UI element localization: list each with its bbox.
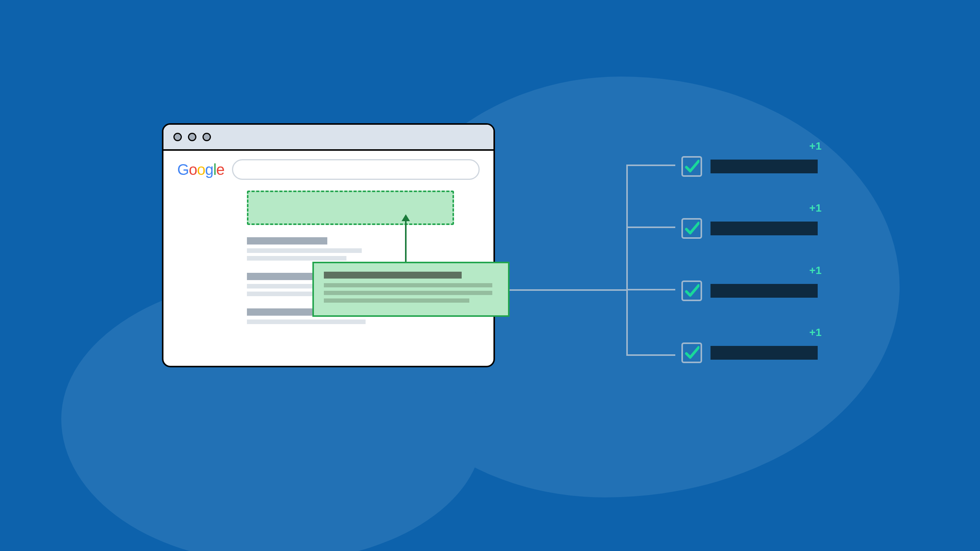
checkbox[interactable]: [681, 342, 702, 363]
bracket-arm: [626, 289, 675, 290]
checkbox[interactable]: [681, 280, 702, 301]
snippet-line-placeholder: [324, 298, 469, 303]
logo-letter: e: [216, 161, 224, 178]
checklist-bar: [710, 284, 818, 298]
search-input[interactable]: [232, 159, 480, 180]
snippet-line-placeholder: [324, 291, 492, 295]
result-title-placeholder: [247, 237, 327, 245]
checkmark-icon: [684, 283, 699, 298]
result-line-placeholder: [247, 248, 362, 253]
checkbox[interactable]: [681, 218, 702, 239]
checklist-item: +1: [681, 342, 818, 363]
bracket-arm: [626, 227, 675, 228]
checkmark-icon: [684, 345, 699, 360]
arrow-up-line: [405, 218, 407, 262]
logo-letter: G: [177, 161, 189, 178]
search-header: Google: [177, 159, 480, 180]
bracket-arm: [626, 165, 675, 166]
browser-window: Google: [162, 123, 495, 367]
checkbox[interactable]: [681, 156, 702, 177]
bracket-arm: [626, 354, 675, 356]
plus-one-badge: +1: [809, 140, 822, 152]
logo-letter: l: [213, 161, 216, 178]
google-logo: Google: [177, 161, 224, 178]
logo-letter: o: [189, 161, 197, 178]
plus-one-badge: +1: [809, 202, 822, 214]
featured-snippet-target: [247, 191, 454, 225]
checklist-item: +1: [681, 280, 818, 301]
checklist-bar: [710, 222, 818, 235]
snippet-line-placeholder: [324, 283, 492, 287]
checkmark-icon: [684, 159, 699, 174]
checklist-item: +1: [681, 156, 818, 177]
snippet-title-placeholder: [324, 272, 462, 279]
browser-titlebar: [163, 125, 493, 151]
plus-one-badge: +1: [809, 264, 822, 277]
snippet-card: [312, 262, 510, 317]
window-control-dot[interactable]: [203, 133, 211, 141]
checklist-bar: [710, 346, 818, 360]
result-line-placeholder: [247, 320, 366, 324]
bracket-vertical: [626, 165, 628, 356]
checklist-bar: [710, 160, 818, 173]
result-line-placeholder: [247, 256, 346, 261]
logo-letter: o: [197, 161, 205, 178]
connector-line: [510, 289, 626, 291]
checkmark-icon: [684, 221, 699, 236]
search-result: [247, 237, 480, 261]
window-control-dot[interactable]: [188, 133, 196, 141]
plus-one-badge: +1: [809, 326, 822, 339]
window-control-dot[interactable]: [173, 133, 182, 141]
checklist-item: +1: [681, 218, 818, 239]
logo-letter: g: [205, 161, 213, 178]
arrow-up-icon: [402, 214, 410, 221]
